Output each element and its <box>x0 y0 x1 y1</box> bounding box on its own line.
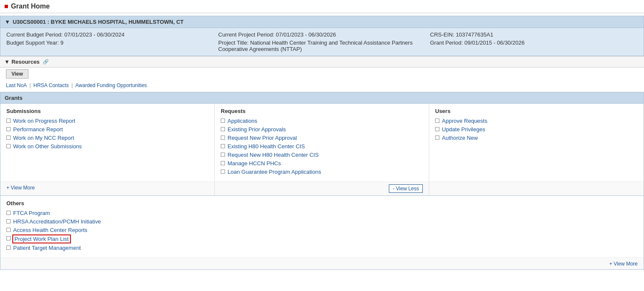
list-item: Existing H80 Health Center CIS <box>221 143 423 150</box>
bullet-icon <box>6 127 11 131</box>
others-list: FTCA Program HRSA Accreditation/PCMH Ini… <box>6 210 638 251</box>
project-title-label: Project Title: <box>218 40 249 46</box>
list-item: Existing Prior Approvals <box>221 126 423 133</box>
hrsa-contacts-link[interactable]: HRSA Contacts <box>34 82 69 88</box>
grant-period-block: Grant Period: 09/01/2015 - 06/30/2026 <box>430 40 638 52</box>
bullet-icon <box>221 153 225 157</box>
project-work-plan-link[interactable]: Project Work Plan List <box>13 235 70 243</box>
project-period-label: Current Project Period: <box>218 31 274 38</box>
bullet-icon <box>435 127 439 131</box>
home-icon: ■ <box>4 3 8 10</box>
list-item-highlighted: Project Work Plan List <box>6 235 638 243</box>
bullet-icon <box>6 228 11 232</box>
view-tab[interactable]: View <box>6 69 28 79</box>
update-privileges-link[interactable]: Update Privileges <box>442 126 485 133</box>
list-item: Patient Target Management <box>6 245 638 251</box>
bullet-icon <box>6 236 11 240</box>
list-item: FTCA Program <box>6 210 638 216</box>
budget-period-block: Current Budget Period: 07/01/2023 - 06/3… <box>6 31 214 38</box>
bullet-icon <box>6 136 11 140</box>
list-item: Work on Other Submissions <box>6 143 208 150</box>
requests-view-less[interactable]: - View Less <box>389 184 423 193</box>
last-noa-link[interactable]: Last NoA <box>6 82 27 88</box>
patient-target-link[interactable]: Patient Target Management <box>13 245 81 251</box>
bullet-icon <box>6 219 11 223</box>
resources-label: Resources <box>11 59 39 65</box>
resources-toggle-icon[interactable]: ▼ <box>4 59 10 65</box>
submissions-title: Submissions <box>6 108 208 114</box>
budget-period-label: Current Budget Period: <box>6 31 63 38</box>
requests-bottom: - View Less <box>215 181 429 195</box>
bullet-icon <box>6 144 11 148</box>
grant-period-value: 09/01/2015 - 06/30/2026 <box>464 40 525 46</box>
bottom-row: + View More - View Less <box>0 181 644 195</box>
bullet-icon <box>435 119 439 123</box>
budget-period-value: 07/01/2023 - 06/30/2024 <box>65 31 125 38</box>
request-new-h80-link[interactable]: Request New H80 Health Center CIS <box>228 152 319 158</box>
collapse-icon[interactable]: ▼ <box>5 19 10 25</box>
awarded-funding-link[interactable]: Awarded Funding Opportunities <box>76 82 147 88</box>
list-item: Performance Report <box>6 126 208 133</box>
bullet-icon <box>221 161 225 165</box>
list-item: Update Privileges <box>435 126 638 133</box>
resources-bar: ▼ Resources 🔗 <box>0 56 644 68</box>
requests-column: Requests Applications Existing Prior App… <box>215 104 429 181</box>
noa-links: Last NoA | HRSA Contacts | Awarded Fundi… <box>0 80 644 92</box>
ftca-program-link[interactable]: FTCA Program <box>13 210 50 216</box>
list-item: Request New Prior Approval <box>221 135 423 141</box>
bullet-icon <box>221 170 225 174</box>
users-title: Users <box>435 108 638 114</box>
bullet-icon <box>221 127 225 131</box>
authorize-new-link[interactable]: Authorize New <box>442 135 478 141</box>
crs-ein-block: CRS-EIN: 1037477635A1 <box>430 31 638 38</box>
others-view-more-bar: + View More <box>0 257 644 269</box>
work-other-submissions-link[interactable]: Work on Other Submissions <box>13 143 82 150</box>
bullet-icon <box>221 144 225 148</box>
list-item: Work on Progress Report <box>6 118 208 124</box>
others-view-more-link[interactable]: + View More <box>609 261 638 267</box>
list-item: Loan Guarantee Program Applications <box>221 169 423 175</box>
hrsa-accreditation-link[interactable]: HRSA Accreditation/PCMH Initiative <box>13 218 101 225</box>
approve-requests-link[interactable]: Approve Requests <box>442 118 487 124</box>
grants-section: Grants Submissions Work on Progress Repo… <box>0 92 644 196</box>
submissions-column: Submissions Work on Progress Report Perf… <box>0 104 215 181</box>
list-item: Authorize New <box>435 135 638 141</box>
requests-list: Applications Existing Prior Approvals Re… <box>221 118 423 175</box>
submissions-view-more[interactable]: + View More <box>6 185 35 191</box>
bullet-icon <box>221 136 225 140</box>
request-new-prior-approval-link[interactable]: Request New Prior Approval <box>228 135 297 141</box>
list-item: Request New H80 Health Center CIS <box>221 152 423 158</box>
bullet-icon <box>6 211 11 215</box>
list-item: HRSA Accreditation/PCMH Initiative <box>6 218 638 225</box>
crs-ein-label: CRS-EIN: <box>430 31 454 38</box>
existing-prior-approvals-link[interactable]: Existing Prior Approvals <box>228 126 286 133</box>
applications-link[interactable]: Applications <box>228 118 257 124</box>
bullet-icon <box>221 119 225 123</box>
list-item: Work on My NCC Report <box>6 135 208 141</box>
bullet-icon <box>6 119 11 123</box>
grants-columns: Submissions Work on Progress Report Perf… <box>0 104 644 181</box>
performance-report-link[interactable]: Performance Report <box>13 126 63 133</box>
grant-name: BYKE MICHAELS HOSPITAL, HUMMELSTOWN, CT <box>51 19 184 25</box>
bullet-icon <box>6 246 11 250</box>
budget-support-block: Budget Support Year: 9 <box>6 40 214 52</box>
access-health-center-link[interactable]: Access Health Center Reports <box>13 227 87 233</box>
others-title: Others <box>6 200 638 206</box>
project-period-block: Current Project Period: 07/01/2023 - 06/… <box>218 31 426 38</box>
work-progress-report-link[interactable]: Work on Progress Report <box>13 118 75 124</box>
manage-hccn-link[interactable]: Manage HCCN PHCs <box>228 160 281 167</box>
work-ncc-report-link[interactable]: Work on My NCC Report <box>13 135 74 141</box>
existing-h80-link[interactable]: Existing H80 Health Center CIS <box>228 143 305 150</box>
requests-title: Requests <box>221 108 423 114</box>
submissions-bottom: + View More <box>0 181 215 195</box>
list-item: Applications <box>221 118 423 124</box>
page-title-bar: ■ Grant Home <box>0 0 644 13</box>
submissions-list: Work on Progress Report Performance Repo… <box>6 118 208 150</box>
list-item: Approve Requests <box>435 118 638 124</box>
project-period-value: 07/01/2023 - 06/30/2026 <box>276 31 336 38</box>
grant-id: U30CS00001 <box>13 19 46 25</box>
loan-guarantee-link[interactable]: Loan Guarantee Program Applications <box>228 169 321 175</box>
external-link-icon[interactable]: 🔗 <box>43 59 49 65</box>
crs-ein-value: 1037477635A1 <box>456 31 493 38</box>
page-title: Grant Home <box>11 3 50 10</box>
